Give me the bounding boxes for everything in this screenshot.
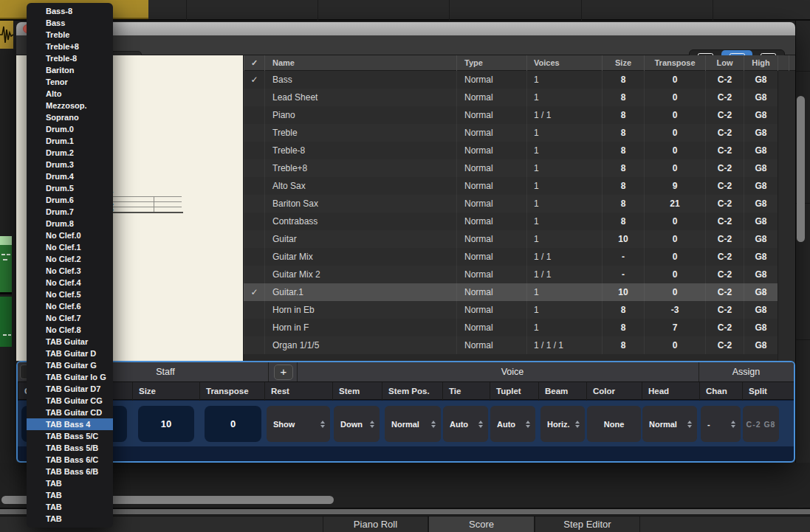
table-row[interactable]: ✓BassNormal180C-2G8 — [244, 71, 778, 89]
clef-menu-item[interactable]: TAB Guitar lo G — [27, 371, 113, 383]
stem-select[interactable]: Down — [334, 406, 380, 442]
clef-menu-item[interactable]: Alto — [27, 88, 113, 100]
column-header-voices[interactable]: Voices — [526, 55, 602, 71]
table-row[interactable]: PianoNormal1 / 180C-2G8 — [244, 106, 778, 124]
clef-menu-item[interactable]: Drum.6 — [27, 194, 113, 206]
cell-check[interactable] — [244, 124, 264, 142]
clef-menu-item[interactable]: TAB Guitar CG — [27, 395, 113, 407]
window-title-bar[interactable] — [16, 22, 795, 35]
clef-menu-item[interactable]: Drum.4 — [27, 170, 113, 182]
table-row[interactable]: Alto SaxNormal189C-2G8 — [244, 177, 778, 195]
clef-menu-item[interactable]: TAB Bass 5/C — [27, 430, 113, 442]
table-row[interactable]: Horn in EbNormal18-3C-2G8 — [244, 301, 778, 319]
pane-resize-handle[interactable] — [0, 508, 810, 515]
cell-check[interactable] — [244, 159, 264, 177]
cell-check[interactable]: ✓ — [244, 283, 264, 301]
table-row[interactable]: Treble-8Normal180C-2G8 — [244, 142, 778, 159]
cell-check[interactable] — [244, 106, 264, 124]
clef-menu-item[interactable]: Bass — [27, 17, 113, 29]
clef-menu-item[interactable]: No Clef.1 — [27, 241, 113, 253]
stem_pos-select[interactable]: Normal — [385, 406, 441, 442]
clef-menu-item[interactable]: Drum.7 — [27, 206, 113, 218]
clef-menu-item[interactable]: No Clef.3 — [27, 265, 113, 277]
transpose-field[interactable]: 0 — [205, 406, 261, 442]
midi-region[interactable] — [0, 297, 12, 347]
table-row[interactable]: Guitar MixNormal1 / 1-0C-2G8 — [244, 248, 778, 266]
cell-check[interactable] — [244, 301, 264, 319]
table-row[interactable]: ✓Guitar.1Normal1100C-2G8 — [244, 283, 778, 301]
table-row[interactable]: Treble+8Normal180C-2G8 — [244, 159, 778, 177]
column-header-low[interactable]: Low — [705, 55, 744, 71]
column-header-type[interactable]: Type — [456, 55, 526, 71]
clef-menu-item[interactable]: TAB Guitar G — [27, 359, 113, 371]
clef-menu-item[interactable]: TAB — [27, 513, 113, 525]
clef-menu-item[interactable]: Treble-8 — [27, 52, 113, 64]
clef-menu-item[interactable]: Drum.5 — [27, 182, 113, 194]
clef-menu-item[interactable]: TAB Bass 6/B — [27, 466, 113, 477]
cell-check[interactable]: ✓ — [244, 71, 264, 89]
size-field[interactable]: 10 — [138, 406, 194, 442]
cell-check[interactable] — [244, 142, 264, 159]
clef-menu-item[interactable]: TAB — [27, 477, 113, 489]
head-select[interactable]: Normal — [642, 406, 697, 442]
clef-menu-item[interactable]: No Clef.6 — [27, 300, 113, 312]
tab-piano-roll[interactable]: Piano Roll — [323, 517, 428, 532]
clef-menu-item[interactable]: TAB Guitar CD — [27, 407, 113, 418]
color-field[interactable]: None — [587, 406, 641, 442]
clef-menu-item[interactable]: Treble+8 — [27, 41, 113, 52]
clef-menu-item[interactable]: No Clef.0 — [27, 229, 113, 241]
cell-check[interactable] — [244, 177, 264, 195]
cell-check[interactable] — [244, 319, 264, 336]
column-header-name[interactable]: Name — [264, 55, 456, 71]
tab-score[interactable]: Score — [428, 517, 535, 532]
column-header-high[interactable]: High — [744, 55, 778, 71]
cell-check[interactable] — [244, 248, 264, 266]
add-voice-button[interactable]: + — [274, 365, 293, 380]
clef-menu-item[interactable]: Drum.3 — [27, 159, 113, 170]
vertical-scrollbar[interactable] — [797, 96, 805, 242]
clef-menu-item[interactable]: TAB Bass 6/C — [27, 454, 113, 466]
chan-select[interactable]: - — [701, 406, 741, 442]
clef-menu-item[interactable]: TAB Guitar — [27, 336, 113, 348]
cell-check[interactable] — [244, 89, 264, 106]
table-row[interactable]: TrebleNormal180C-2G8 — [244, 124, 778, 142]
cell-check[interactable] — [244, 195, 264, 213]
tuplet-select[interactable]: Auto — [490, 406, 535, 442]
cell-check[interactable] — [244, 266, 264, 283]
clef-menu-item[interactable]: Mezzosop. — [27, 100, 113, 111]
clef-menu-item[interactable]: Tenor — [27, 76, 113, 88]
clef-menu-item[interactable]: No Clef.4 — [27, 277, 113, 289]
rest-select[interactable]: Show — [267, 406, 330, 442]
column-header-check[interactable]: ✓ — [244, 55, 264, 71]
clef-menu-item[interactable]: Soprano — [27, 111, 113, 123]
clef-menu-item[interactable]: Treble — [27, 29, 113, 41]
clef-menu-item[interactable]: No Clef.8 — [27, 324, 113, 336]
clef-menu-item[interactable]: TAB Bass 5/B — [27, 442, 113, 454]
cell-check[interactable] — [244, 336, 264, 354]
table-row[interactable]: Horn in FNormal187C-2G8 — [244, 319, 778, 336]
cell-check[interactable] — [244, 230, 264, 248]
clef-menu-item[interactable]: TAB Guitar D — [27, 348, 113, 359]
clef-menu-item[interactable]: Drum.0 — [27, 123, 113, 135]
clef-menu-item[interactable]: Drum.2 — [27, 147, 113, 159]
clef-menu-item[interactable]: Bass-8 — [27, 5, 113, 17]
column-header-size[interactable]: Size — [602, 55, 644, 71]
clef-menu-item[interactable]: TAB — [27, 489, 113, 501]
split-field[interactable]: C-2 G8 — [743, 406, 779, 442]
clef-menu-item[interactable]: Drum.8 — [27, 218, 113, 229]
tab-step-editor[interactable]: Step Editor — [535, 517, 640, 532]
cell-check[interactable] — [244, 213, 264, 230]
clef-menu-item[interactable]: Drum.1 — [27, 135, 113, 147]
table-row[interactable]: GuitarNormal1100C-2G8 — [244, 230, 778, 248]
tie-select[interactable]: Auto — [443, 406, 488, 442]
column-header-transpose[interactable]: Transpose — [644, 55, 705, 71]
midi-region[interactable] — [0, 236, 12, 294]
clef-menu-item[interactable]: No Clef.7 — [27, 312, 113, 324]
table-row[interactable]: Guitar Mix 2Normal1 / 1-0C-2G8 — [244, 266, 778, 283]
clef-menu-item[interactable]: No Clef.5 — [27, 289, 113, 300]
beam-select[interactable]: Horiz. — [540, 406, 585, 442]
clef-menu-item[interactable]: TAB — [27, 501, 113, 513]
clef-menu-item[interactable]: TAB Guitar D7 — [27, 383, 113, 395]
table-row[interactable]: Organ 1/1/5Normal1 / 1 / 180C-2G8 — [244, 336, 778, 354]
clef-menu-item[interactable]: Bariton — [27, 64, 113, 76]
